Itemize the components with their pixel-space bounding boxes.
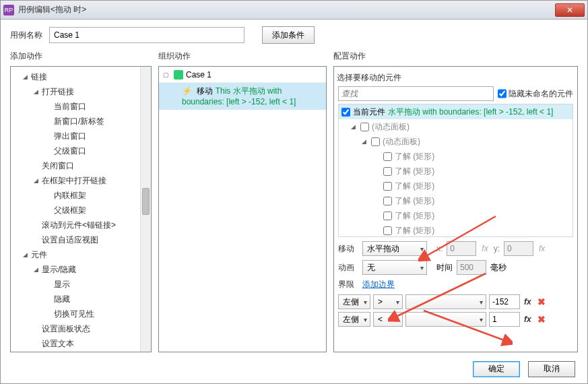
boundary-row: 左侧<fx✖ [338,312,573,327]
tree-node-label: 滚动到元件<锚链接> [42,220,116,231]
tree-node-label: 显示 [54,279,70,290]
add-boundary-link[interactable]: 添加边界 [362,279,395,290]
expand-icon: ◢ [34,177,42,184]
right-col-title: 配置动作 [333,51,578,62]
action-tree[interactable]: ◢链接◢打开链接当前窗口新窗口/新标签弹出窗口父级窗口关闭窗口◢在框架中打开链接… [11,67,151,352]
bound-side-select[interactable]: 左侧 [338,312,370,327]
panel1-checkbox[interactable] [360,123,369,131]
tree-node[interactable]: 内联框架 [11,188,151,203]
move-type-select[interactable]: 水平拖动 [362,241,427,256]
time-input[interactable] [457,260,486,275]
bound-fx-button[interactable]: fx [523,315,533,324]
tree-node[interactable]: 父级框架 [11,203,151,218]
case-root[interactable]: ▢ Case 1 [159,67,326,83]
x-label: x: [436,244,443,253]
tree-node-label: 内联框架 [54,190,86,201]
bound-op-select[interactable]: > [373,294,403,309]
app-icon: RP [3,5,14,15]
tree-node-label: 显示/隐藏 [42,264,76,276]
list-item-panel1[interactable]: ◢ (动态面板) [339,119,573,134]
bound-value-input[interactable] [489,294,520,309]
tree-node[interactable]: ◢元件 [11,247,151,262]
tree-node[interactable]: ◢显示/隐藏 [11,262,151,277]
list-item-panel2[interactable]: ◢ (动态面板) [339,134,573,149]
y-fx-button[interactable]: fx [537,244,546,253]
action-row[interactable]: ⚡ 移动 This 水平拖动 with boundaries: [left > … [159,83,326,110]
tree-node[interactable]: ◢打开链接 [11,84,151,99]
tree-node-label: 链接 [31,71,47,83]
tree-node[interactable]: 新窗口/新标签 [11,114,151,129]
case-name-input[interactable] [49,27,244,43]
list-item[interactable]: 了解 (矩形) [339,208,573,223]
x-input[interactable] [447,241,476,256]
hide-unnamed-label[interactable]: 隐藏未命名的元件 [498,86,573,101]
tree-scrollbar[interactable] [140,67,151,352]
bound-delete-button[interactable]: ✖ [535,314,548,325]
action-prefix: 移动 [197,86,213,96]
tree-node-label: 当前窗口 [54,101,86,113]
list-item[interactable]: 了解 (矩形) [339,193,573,208]
list-item[interactable]: 了解 (矩形) [339,179,573,193]
bound-delete-button[interactable]: ✖ [535,296,548,307]
x-fx-button[interactable]: fx [480,244,489,253]
tree-node-label: 隐藏 [54,294,70,305]
move-label: 移动 [338,243,358,255]
hide-unnamed-checkbox[interactable] [498,86,507,101]
current-checkbox[interactable] [341,108,350,117]
tree-node-label: 新窗口/新标签 [54,116,104,127]
tree-node[interactable]: 关闭窗口 [11,158,151,173]
tree-node[interactable]: 滚动到元件<锚链接> [11,218,151,232]
expand-icon: ◢ [34,266,42,273]
tree-node[interactable]: 设置图片 [11,351,151,352]
boundary-row: 左侧>fx✖ [338,294,573,309]
list-item-current[interactable]: 当前元件 水平拖动 with boundaries: [left > -152,… [339,104,573,119]
list-item[interactable]: 了解 (矩形) [339,149,573,164]
list-item[interactable]: 了解 (矩形) [339,164,573,179]
cancel-button[interactable]: 取消 [528,361,575,377]
case-icon [174,70,183,79]
tree-node[interactable]: 切换可见性 [11,307,151,321]
search-input[interactable] [338,86,494,101]
widget-select-label: 选择要移动的元件 [334,69,577,86]
tree-node-label: 设置文本 [42,338,74,350]
tree-node-label: 关闭窗口 [42,160,74,172]
anim-label: 动画 [338,262,358,274]
tree-node[interactable]: 设置文本 [11,336,151,351]
tree-node[interactable]: 弹出窗口 [11,129,151,143]
mid-col-title: 组织动作 [158,51,327,62]
expand-icon: ◢ [34,88,42,95]
tree-node[interactable]: ◢在框架中打开链接 [11,173,151,188]
tree-node[interactable]: 当前窗口 [11,99,151,114]
y-input[interactable] [504,241,533,256]
expand-icon: ◢ [23,251,31,258]
bounds-label: 界限 [338,279,358,290]
bound-fx-button[interactable]: fx [523,297,533,307]
bound-side-select[interactable]: 左侧 [338,294,370,309]
list-item[interactable]: 了解 (矩形) [339,223,573,237]
tree-node[interactable]: 隐藏 [11,292,151,307]
expand-icon: ◢ [351,123,358,130]
ok-button[interactable]: 确定 [473,361,520,377]
bound-expr-select[interactable] [405,294,486,309]
bound-expr-select[interactable] [405,312,486,327]
ms-label: 毫秒 [490,262,507,274]
add-condition-button[interactable]: 添加条件 [262,26,315,44]
bound-op-select[interactable]: < [373,312,403,327]
tree-node[interactable]: 设置面板状态 [11,321,151,336]
window-title: 用例编辑<拖动 时> [18,4,555,15]
anim-select[interactable]: 无 [362,260,427,275]
widget-list[interactable]: 当前元件 水平拖动 with boundaries: [left > -152,… [338,104,573,237]
tree-node-label: 设置面板状态 [42,323,90,335]
tree-node-label: 切换可见性 [54,309,94,320]
tree-node[interactable]: ◢链接 [11,69,151,84]
bolt-icon: ⚡ [182,86,192,96]
bound-value-input[interactable] [489,312,520,327]
tree-node-label: 在框架中打开链接 [42,175,106,187]
tree-node[interactable]: 父级窗口 [11,143,151,158]
tree-node[interactable]: 设置自适应视图 [11,232,151,247]
close-button[interactable]: ✕ [555,3,585,17]
panel2-checkbox[interactable] [371,137,380,146]
left-col-title: 添加动作 [10,51,152,62]
case-label: Case 1 [186,70,211,79]
tree-node[interactable]: 显示 [11,277,151,292]
